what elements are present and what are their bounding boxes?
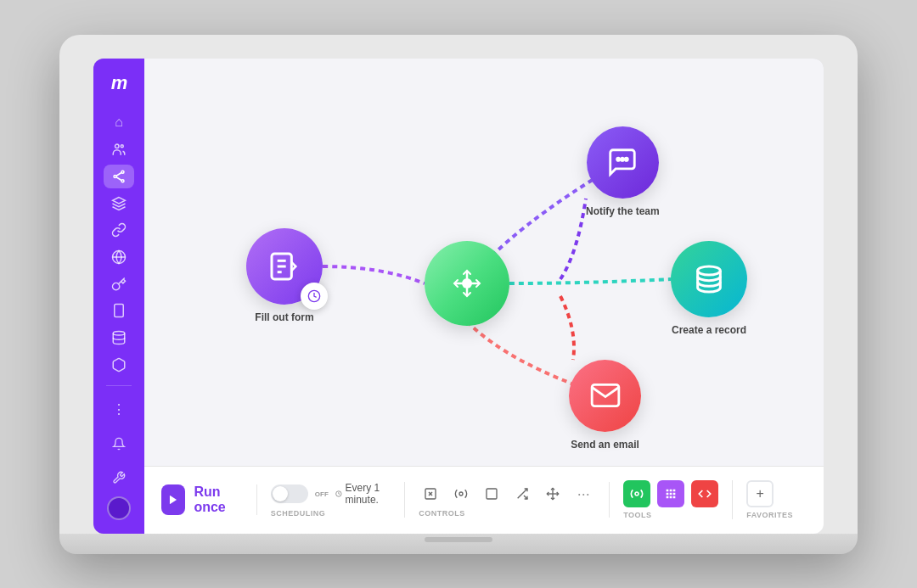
add-favorite-button[interactable]: +: [746, 480, 774, 507]
laptop-shell: m ⌂: [59, 35, 858, 554]
svg-point-38: [635, 492, 639, 496]
scheduling-toggle[interactable]: [271, 484, 308, 503]
bottom-toolbar: Run once OFF: [144, 466, 824, 534]
laptop-base: [59, 534, 858, 554]
tools-label: ToOLS: [623, 511, 651, 519]
tools-section: ToOLS: [610, 480, 733, 519]
node-fill-form-label: Fill out form: [255, 311, 313, 323]
sidebar-item-globe[interactable]: [104, 245, 134, 269]
svg-point-26: [698, 266, 721, 275]
node-record-label: Create a record: [672, 324, 746, 336]
hub-arrows: [450, 266, 484, 300]
svg-rect-33: [487, 489, 497, 499]
svg-point-0: [115, 144, 120, 148]
node-fill-form[interactable]: Fill out form: [246, 228, 323, 323]
svg-point-4: [121, 180, 124, 182]
ctrl-btn-5[interactable]: [541, 482, 565, 506]
svg-point-18: [462, 278, 472, 288]
schedule-interval: Every 1 minute.: [346, 482, 391, 506]
sidebar-bottom: ⋮: [104, 395, 134, 520]
sidebar-item-link[interactable]: [104, 218, 134, 242]
scheduling-controls: OFF Every 1 minute.: [271, 482, 391, 506]
svg-marker-7: [113, 197, 126, 204]
favorites-controls: +: [746, 480, 774, 507]
scheduling-label: SCHEDULING: [271, 509, 326, 518]
app-logo: m: [111, 72, 127, 94]
run-once-button[interactable]: [161, 484, 185, 515]
sidebar-divider: [106, 385, 132, 386]
ctrl-btn-1[interactable]: [419, 482, 442, 506]
svg-point-12: [113, 332, 125, 336]
sidebar-item-bell[interactable]: [104, 428, 134, 459]
svg-point-1: [121, 145, 123, 148]
toggle-off-label: OFF: [315, 490, 329, 498]
favorites-label: FAVORITES: [746, 511, 793, 519]
schedule-text: Every 1 minute.: [335, 482, 391, 506]
canvas-area[interactable]: Fill out form: [144, 59, 824, 466]
ctrl-btn-3[interactable]: [480, 482, 504, 506]
sidebar-item-layers[interactable]: [104, 192, 134, 216]
controls-icons: ···: [419, 482, 595, 506]
svg-point-2: [121, 171, 124, 173]
node-send-email[interactable]: Send an email: [569, 360, 641, 451]
sidebar-item-key[interactable]: [104, 272, 134, 296]
ctrl-btn-2[interactable]: [449, 482, 473, 506]
scheduling-section: OFF Every 1 minute. SCHEDULING: [257, 482, 405, 518]
svg-line-5: [116, 172, 121, 176]
sidebar-item-wrench[interactable]: [104, 462, 134, 493]
node-email-label: Send an email: [571, 439, 639, 451]
user-avatar[interactable]: [107, 496, 131, 520]
laptop-screen: m ⌂: [93, 59, 824, 534]
run-once-label: Run once: [194, 484, 242, 515]
svg-point-24: [622, 158, 624, 160]
sidebar-item-box[interactable]: [104, 353, 134, 377]
form-badge: [301, 283, 328, 310]
main-content: Fill out form: [144, 59, 824, 534]
favorites-section: + FAVORITES: [733, 480, 807, 519]
sidebar-item-more[interactable]: ⋮: [104, 395, 134, 425]
ctrl-btn-more[interactable]: ···: [571, 482, 595, 506]
node-create-record[interactable]: Create a record: [671, 241, 747, 336]
ctrl-btn-4[interactable]: [510, 482, 534, 506]
svg-point-25: [626, 158, 628, 160]
svg-point-32: [459, 492, 463, 496]
sidebar-item-database[interactable]: [104, 326, 134, 350]
svg-marker-27: [170, 496, 177, 505]
sidebar-item-home[interactable]: ⌂: [104, 111, 134, 135]
node-notify-team[interactable]: Notify the team: [586, 126, 660, 217]
svg-line-6: [116, 177, 121, 181]
node-hub[interactable]: [425, 241, 509, 326]
tools-buttons: [623, 480, 718, 507]
sidebar-item-users[interactable]: [104, 137, 134, 161]
run-once-section: Run once: [161, 484, 257, 515]
controls-section: ··· CONTROLS: [405, 482, 610, 518]
controls-label: CONTROLS: [419, 509, 465, 518]
sidebar-item-share[interactable]: [104, 165, 134, 188]
sidebar-item-device[interactable]: [104, 300, 134, 323]
tool-btn-red[interactable]: [691, 480, 718, 507]
tool-btn-purple[interactable]: [657, 480, 684, 507]
toggle-knob: [273, 486, 288, 501]
svg-point-3: [114, 175, 116, 177]
node-notify-label: Notify the team: [586, 205, 660, 217]
svg-point-23: [617, 158, 620, 160]
sidebar: m ⌂: [93, 59, 144, 534]
tool-btn-green[interactable]: [623, 480, 650, 507]
